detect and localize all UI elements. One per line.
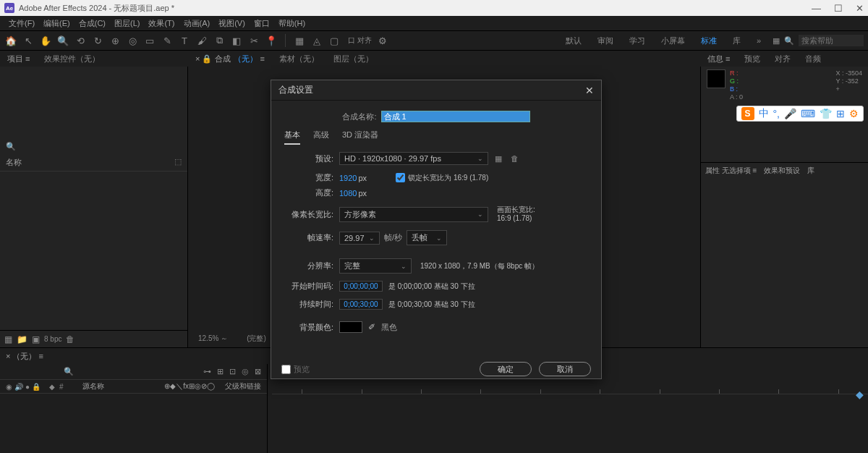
tl-solo-icon[interactable]: ●	[25, 383, 30, 391]
project-name-column[interactable]: 名称	[6, 157, 22, 168]
menu-animation[interactable]: 动画(A)	[179, 17, 215, 30]
project-comp-icon[interactable]: ▣	[32, 334, 40, 344]
menu-window[interactable]: 窗口	[250, 17, 274, 30]
orbit-tool-icon[interactable]: ⟲	[74, 34, 87, 47]
workspace-review[interactable]: 审阅	[597, 35, 613, 46]
effect-controls-tab[interactable]: 效果控件（无）	[37, 51, 107, 67]
align-panel-tab[interactable]: 对齐	[767, 51, 798, 67]
project-search[interactable]: 🔍	[0, 139, 187, 154]
fps-dropdown[interactable]: 29.97⌄	[339, 232, 380, 245]
resolution-dropdown[interactable]: 完整⌄	[339, 258, 412, 274]
fps-drop-dropdown[interactable]: 丢帧⌄	[407, 230, 447, 245]
start-tc-input[interactable]	[339, 281, 383, 292]
ime-settings-icon[interactable]: ⚙	[849, 108, 859, 119]
project-interpret-icon[interactable]: ▦	[4, 334, 12, 344]
hand-tool-icon[interactable]: ✋	[39, 34, 52, 47]
workspace-learn[interactable]: 学习	[629, 35, 645, 46]
help-search-input[interactable]	[799, 35, 864, 46]
type-tool-icon[interactable]: T	[178, 34, 191, 47]
timeline-opt-icon-3[interactable]: ⊡	[229, 367, 236, 376]
tl-visibility-icon[interactable]: ◉	[6, 383, 12, 391]
par-dropdown[interactable]: 方形像素⌄	[339, 207, 488, 222]
workspace-grid-icon[interactable]: ▦	[773, 36, 780, 46]
home-icon[interactable]: 🏠	[4, 34, 17, 47]
composition-panel-tab[interactable]: × 🔒 合成 （无） ≡	[188, 51, 272, 67]
menu-edit[interactable]: 编辑(E)	[39, 17, 75, 30]
info-panel-tab[interactable]: 信息 ≡	[700, 51, 737, 67]
project-bpc[interactable]: 8 bpc	[44, 335, 61, 343]
timeline-opt-icon-2[interactable]: ⊞	[217, 367, 224, 376]
timeline-search-icon[interactable]: 🔍	[64, 367, 74, 376]
audio-panel-tab[interactable]: 音频	[798, 51, 828, 67]
lock-aspect-checkbox[interactable]	[396, 173, 405, 182]
camera-tool-icon[interactable]: ⊕	[109, 34, 122, 47]
resolution-dropdown[interactable]: (完整)	[242, 333, 271, 344]
snapping-label[interactable]: 口 对齐	[348, 35, 372, 46]
menu-file[interactable]: 文件(F)	[4, 17, 39, 30]
tl-label-icon[interactable]: ◆	[49, 383, 55, 391]
duration-input[interactable]	[339, 299, 383, 310]
timeline-marker-icon[interactable]: ◆	[856, 389, 864, 400]
timeline-opt-icon-4[interactable]: ◎	[242, 367, 249, 376]
shape-tool-icon[interactable]: ▭	[143, 34, 156, 47]
ime-toolbar[interactable]: S 中 °, 🎤 ⌨ 👕 ⊞ ⚙	[736, 106, 864, 122]
tl-parent-col[interactable]: 父级和链接	[225, 381, 261, 391]
workspace-library[interactable]: 库	[733, 35, 741, 46]
tl-source-name-col[interactable]: 源名称	[82, 381, 104, 391]
timeline-ruler[interactable]	[272, 383, 868, 394]
layer-panel-tab[interactable]: 图层（无）	[326, 51, 380, 67]
ime-skin-icon[interactable]: 👕	[820, 108, 832, 119]
clone-tool-icon[interactable]: ⧉	[213, 34, 226, 47]
preview-panel-tab[interactable]: 预览	[737, 51, 767, 67]
ime-keyboard-icon[interactable]: ⌨	[801, 108, 815, 119]
tl-index-icon[interactable]: #	[59, 383, 64, 391]
menu-layer[interactable]: 图层(L)	[110, 17, 144, 30]
selection-tool-icon[interactable]: ↖	[22, 34, 35, 47]
maximize-button[interactable]: ☐	[834, 3, 843, 14]
project-folder-icon[interactable]: 📁	[17, 334, 27, 344]
timeline-tab[interactable]: × （无） ≡	[6, 351, 43, 362]
mode-icon-1[interactable]: ▦	[293, 34, 306, 47]
ime-punct-icon[interactable]: °,	[773, 108, 780, 119]
tl-audio-icon[interactable]: 🔊	[14, 383, 23, 391]
sogou-icon[interactable]: S	[741, 107, 754, 120]
cancel-button[interactable]: 取消	[539, 362, 591, 376]
puppet-tool-icon[interactable]: 📍	[265, 34, 278, 47]
search-icon[interactable]: 🔍	[784, 36, 794, 46]
menu-composition[interactable]: 合成(C)	[75, 17, 110, 30]
minimize-button[interactable]: —	[812, 3, 821, 14]
eyedropper-icon[interactable]: ✐	[368, 322, 375, 332]
bgcolor-swatch[interactable]	[339, 321, 362, 333]
eraser-tool-icon[interactable]: ◧	[230, 34, 243, 47]
workspace-default[interactable]: 默认	[566, 35, 582, 46]
tl-switches-col[interactable]: ⊕◆＼fx⊞◎⊘◯	[164, 381, 215, 391]
zoom-dropdown[interactable]: 12.5% ～	[194, 333, 232, 344]
roto-tool-icon[interactable]: ✂	[247, 34, 260, 47]
width-value[interactable]: 1920	[339, 174, 357, 182]
pen-tool-icon[interactable]: ✎	[161, 34, 174, 47]
timeline-opt-icon-1[interactable]: ⊶	[203, 367, 211, 376]
preview-checkbox[interactable]	[281, 365, 291, 374]
anchor-tool-icon[interactable]: ◎	[126, 34, 139, 47]
workspace-more[interactable]: »	[757, 36, 761, 45]
project-panel-tab[interactable]: 项目 ≡	[0, 51, 37, 67]
project-trash-icon[interactable]: 🗑	[66, 334, 75, 344]
properties-panel-tab[interactable]: 属性 无选择项 ≡	[705, 166, 757, 176]
more-tools-icon[interactable]: ⚙	[376, 34, 389, 47]
mode-icon-3[interactable]: ▢	[328, 34, 341, 47]
menu-help[interactable]: 帮助(H)	[274, 17, 310, 30]
workspace-small[interactable]: 小屏幕	[661, 35, 685, 46]
tab-advanced[interactable]: 高级	[313, 130, 329, 145]
preset-dropdown[interactable]: HD · 1920x1080 · 29.97 fps⌄	[339, 152, 488, 165]
menu-effect[interactable]: 效果(T)	[144, 17, 179, 30]
ime-lang-icon[interactable]: 中	[759, 107, 769, 120]
comp-name-input[interactable]	[381, 111, 530, 122]
ok-button[interactable]: 确定	[480, 362, 532, 376]
close-button[interactable]: ✕	[856, 3, 864, 14]
tab-basic[interactable]: 基本	[284, 130, 300, 145]
dialog-close-icon[interactable]: ✕	[585, 85, 594, 96]
tl-lock-icon[interactable]: 🔒	[32, 383, 41, 391]
effects-presets-tab[interactable]: 效果和预设	[764, 166, 800, 176]
footage-panel-tab[interactable]: 素材（无）	[272, 51, 326, 67]
height-value[interactable]: 1080	[339, 189, 357, 198]
